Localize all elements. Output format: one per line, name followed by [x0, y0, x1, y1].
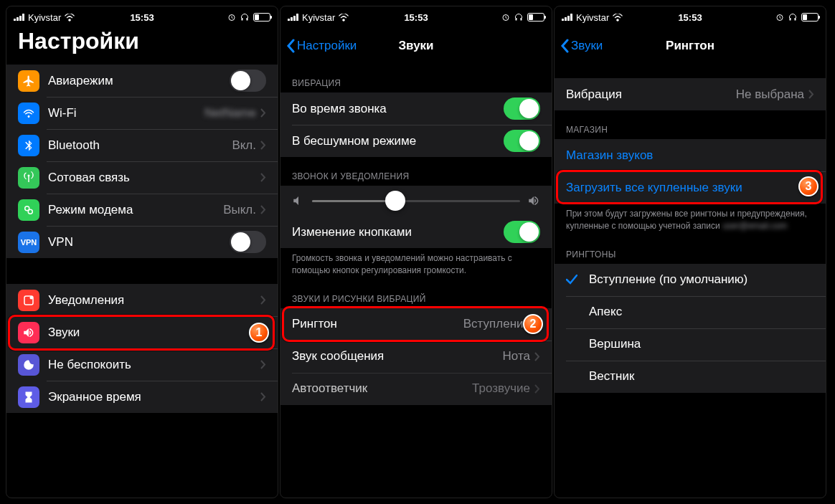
ringtone-label: Рингтон [292, 317, 463, 331]
clock: 15:53 [678, 12, 702, 23]
section-vibration: ВИБРАЦИЯ [280, 64, 552, 92]
row-bluetooth[interactable]: Bluetooth Вкл. [6, 129, 278, 161]
row-airplane[interactable]: Авиарежим [6, 65, 278, 97]
headphones-icon [788, 13, 798, 22]
section-ringer: ЗВОНОК И УВЕДОМЛЕНИЯ [280, 157, 552, 186]
wifi-icon [339, 14, 349, 22]
row-vibrate-ring[interactable]: Во время звонка [280, 92, 552, 125]
volume-slider-row [280, 186, 552, 216]
texttone-label: Звук сообщения [292, 349, 503, 363]
headphones-icon [240, 13, 250, 22]
row-vibration[interactable]: Вибрация Не выбрана [555, 78, 826, 110]
alarm-icon [227, 13, 236, 22]
screen-settings: Kyivstar 15:53 Настройки Авиарежим [6, 6, 278, 498]
ringtone-option[interactable]: Вступление (по умолчанию) [555, 264, 826, 296]
row-voicemail[interactable]: Автоответчик Трозвучие [280, 373, 552, 405]
vpn-icon: VPN [18, 232, 39, 253]
voicemail-value: Трозвучие [472, 381, 530, 396]
airplane-icon [18, 70, 39, 92]
speaker-low-icon [292, 194, 305, 207]
badge-1: 1 [249, 323, 269, 343]
row-dnd[interactable]: Не беспокоить [6, 348, 278, 381]
badge-2: 2 [523, 314, 543, 334]
change-buttons-toggle[interactable] [504, 221, 540, 243]
row-wifi[interactable]: Wi-Fi NetName [6, 97, 278, 129]
chevron-icon [260, 173, 266, 182]
svg-rect-8 [516, 18, 517, 21]
row-ringtone[interactable]: Рингтон Вступление [280, 308, 552, 341]
voicemail-label: Автоответчик [292, 381, 472, 396]
vibrate-silent-toggle[interactable] [504, 130, 540, 152]
carrier-label: Kyivstar [576, 12, 609, 23]
ringtone-option[interactable]: Вестник [555, 361, 826, 393]
section-store: МАГАЗИН [555, 110, 826, 139]
screentime-label: Экранное время [48, 390, 260, 404]
chevron-icon [260, 205, 266, 214]
ringtone-option-label: Вершина [589, 337, 814, 351]
svg-rect-11 [790, 18, 791, 21]
svg-rect-1 [242, 18, 243, 21]
alarm-icon [775, 13, 784, 22]
nav-bar: Настройки Звуки [280, 28, 552, 64]
row-vpn[interactable]: VPN VPN [6, 226, 278, 258]
vpn-toggle[interactable] [230, 231, 266, 253]
chevron-icon [260, 108, 266, 118]
signal-icon [14, 14, 24, 21]
svg-point-6 [30, 296, 34, 300]
vibrate-ring-label: Во время звонка [292, 102, 504, 116]
hotspot-label: Режим модема [48, 203, 223, 217]
row-vibrate-silent[interactable]: В бесшумном режиме [280, 125, 552, 157]
dnd-label: Не беспокоить [48, 358, 260, 372]
row-tone-store[interactable]: Магазин звуков [555, 139, 826, 171]
svg-rect-9 [521, 18, 522, 21]
footer-download: При этом будут загружены все рингтоны и … [555, 204, 826, 235]
bluetooth-icon [18, 135, 39, 156]
row-texttone[interactable]: Звук сообщения Нота [280, 341, 552, 373]
wifi-icon [613, 14, 623, 22]
row-cellular[interactable]: Сотовая связь [6, 161, 278, 194]
vibrate-ring-toggle[interactable] [504, 98, 540, 120]
badge-3: 3 [798, 176, 819, 196]
row-sounds[interactable]: Звуки [6, 316, 278, 348]
notifications-icon [18, 290, 39, 311]
ringtone-value: Вступление [463, 317, 530, 331]
bluetooth-label: Bluetooth [48, 138, 232, 153]
back-button[interactable]: Настройки [286, 39, 357, 53]
screen-ringtone: Kyivstar 15:53 Звуки Рингтон Вибрация Не… [554, 6, 826, 498]
svg-rect-12 [795, 18, 796, 21]
ringtone-option-label: Апекс [589, 305, 814, 319]
chevron-icon [260, 392, 266, 401]
page-title: Рингтон [666, 39, 714, 53]
svg-rect-2 [247, 18, 248, 21]
wifi-value: NetName [204, 106, 256, 120]
row-hotspot[interactable]: Режим модема Выкл. [6, 194, 278, 226]
ringtone-option[interactable]: Вершина [555, 328, 826, 361]
dnd-icon [18, 354, 39, 376]
signal-icon [562, 14, 572, 21]
back-label: Звуки [571, 39, 603, 53]
status-bar: Kyivstar 15:53 [280, 6, 552, 28]
sounds-label: Звуки [48, 325, 260, 340]
ringtone-option[interactable]: Апекс [555, 296, 826, 328]
hotspot-value: Выкл. [223, 203, 256, 217]
ringtone-option-label: Вестник [589, 369, 814, 384]
chevron-icon [260, 141, 266, 150]
alarm-icon [501, 13, 510, 22]
volume-slider[interactable] [312, 200, 520, 202]
svg-point-4 [28, 209, 32, 214]
back-button[interactable]: Звуки [560, 39, 603, 53]
row-notifications[interactable]: Уведомления [6, 284, 278, 316]
cellular-label: Сотовая связь [48, 171, 260, 185]
wifi-icon [65, 14, 75, 22]
wifi-label: Wi-Fi [48, 106, 204, 120]
battery-icon [801, 13, 819, 22]
row-change-with-buttons[interactable]: Изменение кнопками [280, 216, 552, 248]
change-buttons-label: Изменение кнопками [292, 225, 504, 239]
checkmark-icon [566, 275, 577, 285]
chevron-icon [808, 90, 814, 99]
row-download-all[interactable]: Загрузить все купленные звуки [555, 171, 826, 204]
row-screentime[interactable]: Экранное время [6, 381, 278, 413]
tone-store-label: Магазин звуков [566, 148, 814, 163]
airplane-toggle[interactable] [230, 70, 266, 92]
texttone-value: Нота [503, 349, 530, 363]
